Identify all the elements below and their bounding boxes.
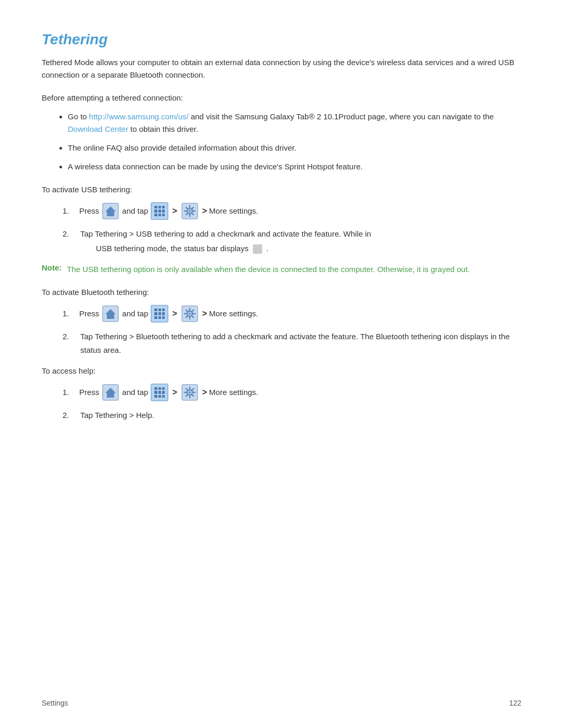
note-text: The USB tethering option is only availab… (67, 263, 470, 276)
footer-left: Settings (42, 699, 68, 707)
svg-line-25 (192, 316, 193, 317)
svg-line-40 (192, 389, 193, 390)
bullet-list: Go to http://www.samsung.com/us/ and vis… (68, 110, 521, 173)
usb-section-label: To activate USB tethering: (42, 183, 521, 196)
before-label: Before attempting a tethered connection: (42, 92, 521, 104)
apps-grid (152, 203, 167, 219)
svg-line-26 (192, 310, 193, 311)
bt-step-2-text: Tap Tethering > Bluetooth tethering to a… (80, 330, 521, 356)
bt-and-tap-label: and tap (122, 307, 148, 320)
help-steps-list: 1. Press and tap (63, 384, 521, 422)
and-tap-label-1: and tap (122, 204, 148, 218)
download-center-link[interactable]: Download Center (68, 125, 128, 133)
bt-press-label: Press (79, 307, 99, 320)
bt-home-icon (102, 305, 119, 323)
bt-step-num-2: 2. (63, 330, 75, 343)
bt-arrow-2: > (202, 306, 207, 320)
usb-steps-list: 1. Press and tap (63, 202, 521, 255)
svg-line-39 (192, 395, 193, 396)
help-arrow-2: > (202, 385, 207, 399)
svg-point-5 (189, 210, 191, 212)
help-step-2-text: Tap Tethering > Help. (80, 409, 154, 422)
note-box: Note: The USB tethering option is only a… (42, 263, 521, 276)
page-container: Tethering Tethered Mode allows your comp… (0, 0, 563, 472)
svg-line-11 (192, 214, 193, 215)
footer-page-number: 122 (509, 699, 521, 707)
help-more-settings-label: More settings. (209, 386, 258, 399)
bt-step-press-area: Press and tap > (79, 305, 258, 323)
usb-step-1: 1. Press and tap (63, 202, 521, 220)
help-step-num-2: 2. (63, 409, 75, 422)
svg-line-41 (186, 395, 187, 396)
step-press-area: Press and tap (79, 202, 258, 220)
bluetooth-step-1: 1. Press and tap (63, 305, 521, 323)
settings-icon (181, 202, 199, 220)
svg-rect-16 (109, 316, 112, 319)
svg-line-12 (192, 207, 193, 208)
page-title: Tethering (42, 31, 521, 48)
svg-line-27 (186, 316, 187, 317)
help-step-press-area: Press and tap > (79, 384, 258, 401)
svg-line-24 (186, 310, 187, 311)
bullet-text-1: Go to http://www.samsung.com/us/ and vis… (68, 112, 494, 133)
arrow-1: > (172, 204, 177, 218)
help-and-tap-label: and tap (122, 386, 148, 399)
svg-rect-2 (109, 213, 112, 216)
list-item: The online FAQ also provide detailed inf… (68, 142, 521, 154)
help-settings-icon (181, 384, 199, 401)
help-step-2: 2. Tap Tethering > Help. (63, 409, 521, 422)
bt-apps-icon (151, 305, 168, 323)
bt-step-num-1: 1. (63, 307, 75, 320)
bluetooth-step-2: 2. Tap Tethering > Bluetooth tethering t… (63, 330, 521, 356)
page-footer: Settings 122 (42, 699, 521, 707)
intro-paragraph: Tethered Mode allows your computer to ob… (42, 56, 521, 81)
home-icon (102, 202, 119, 220)
status-bar-icon (253, 244, 262, 254)
apps-icon (151, 202, 168, 220)
press-label: Press (79, 204, 99, 218)
bullet-text-3: A wireless data connection can be made b… (68, 162, 363, 171)
bt-more-settings-label: More settings. (209, 307, 258, 320)
note-label: Note: (42, 263, 64, 272)
list-item: Go to http://www.samsung.com/us/ and vis… (68, 110, 521, 135)
svg-line-38 (186, 389, 187, 390)
bluetooth-steps-list: 1. Press and tap (63, 305, 521, 356)
help-apps-icon (151, 384, 168, 401)
svg-line-13 (186, 214, 187, 215)
list-item: A wireless data connection can be made b… (68, 161, 521, 173)
help-apps-grid (152, 385, 167, 400)
help-home-icon (102, 384, 119, 401)
bt-arrow-1: > (172, 306, 177, 320)
bluetooth-section-label: To activate Bluetooth tethering: (42, 286, 521, 299)
usb-step-2: 2. Tap Tethering > USB tethering to add … (63, 227, 521, 255)
arrow-2: > (202, 204, 207, 218)
bt-apps-grid (152, 306, 167, 322)
step-num-2: 2. (63, 227, 75, 241)
help-arrow-1: > (172, 385, 177, 399)
bt-settings-icon (181, 305, 199, 323)
more-settings-label-1: More settings. (209, 204, 258, 218)
svg-point-33 (189, 391, 191, 393)
usb-step-2-continuation: USB tethering mode, the status bar displ… (96, 242, 521, 255)
svg-point-19 (189, 313, 191, 315)
help-section-label: To access help: (42, 365, 521, 377)
step-num-1: 1. (63, 204, 75, 218)
svg-rect-30 (109, 394, 112, 398)
samsung-link[interactable]: http://www.samsung.com/us/ (89, 112, 189, 121)
help-step-num-1: 1. (63, 386, 75, 399)
help-press-label: Press (79, 386, 99, 399)
note-colon: : (59, 263, 62, 272)
help-step-1: 1. Press and tap (63, 384, 521, 401)
bullet-text-2: The online FAQ also provide detailed inf… (68, 143, 297, 152)
usb-step-2-text: Tap Tethering > USB tethering to add a c… (80, 227, 371, 241)
svg-line-10 (186, 207, 187, 208)
